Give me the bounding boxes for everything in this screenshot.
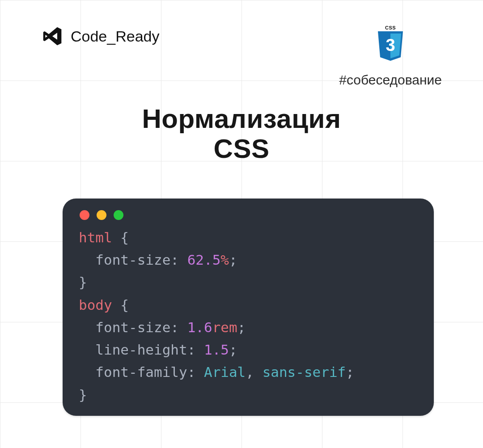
close-icon[interactable]	[80, 210, 89, 220]
prop-font-family: font-family	[95, 364, 187, 380]
selector-html: html	[79, 229, 112, 245]
brand: Code_Ready	[41, 25, 159, 47]
css3-digit: 3	[386, 36, 395, 55]
code-window: html { font-size: 62.5%; } body { font-s…	[63, 199, 434, 416]
prop-font-size: font-size	[95, 252, 170, 268]
selector-body: body	[79, 297, 112, 313]
prop-line-height: line-height	[95, 342, 187, 358]
minimize-icon[interactable]	[97, 210, 106, 220]
brand-label: Code_Ready	[71, 28, 159, 45]
prop-font-size: font-size	[95, 319, 170, 335]
css3-shield-icon: CSS 3	[376, 25, 405, 65]
hashtag: #собеседование	[339, 72, 442, 88]
value-62-5: 62.5	[187, 252, 221, 268]
title-line-2: CSS	[0, 134, 483, 164]
css3-badge-top: CSS	[376, 25, 405, 30]
visual-studio-icon	[41, 25, 64, 47]
value-arial: Arial	[204, 364, 246, 380]
unit-rem: rem	[212, 319, 237, 335]
unit-percent: %	[220, 252, 229, 268]
value-sans-serif: sans-serif	[263, 364, 346, 380]
code-block: html { font-size: 62.5%; } body { font-s…	[79, 226, 418, 406]
value-1-5: 1.5	[204, 342, 229, 358]
title-line-1: Нормализация	[0, 104, 483, 134]
window-controls	[79, 209, 418, 226]
zoom-icon[interactable]	[114, 210, 123, 220]
page-title: Нормализация CSS	[0, 104, 483, 164]
right-column: CSS 3 #собеседование	[339, 25, 442, 88]
value-1-6: 1.6	[187, 319, 212, 335]
header: Code_Ready CSS 3 #собеседование	[0, 0, 483, 88]
